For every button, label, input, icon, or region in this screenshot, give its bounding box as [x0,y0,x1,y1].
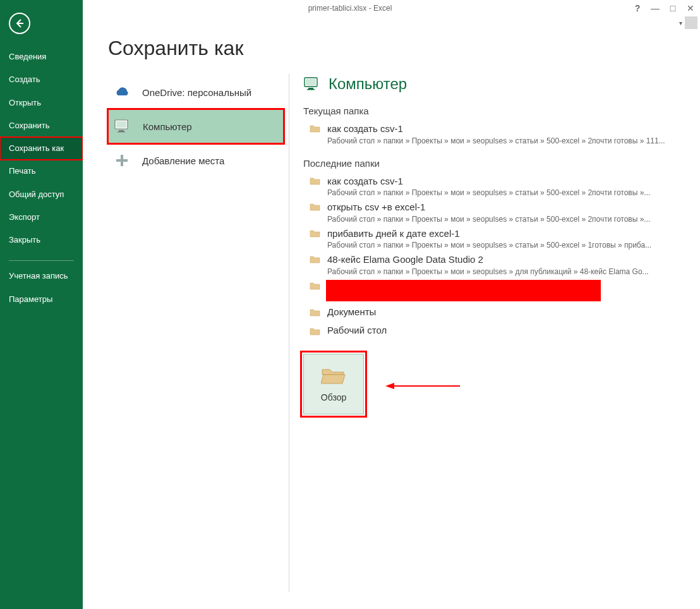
annotation-arrow [385,380,461,392]
sidebar-item-share[interactable]: Общий доступ [0,183,83,206]
sidebar-item-close[interactable]: Закрыть [0,229,83,251]
folder-open-icon [321,366,346,386]
location-addplace[interactable]: Добавление места [108,143,284,178]
folder-icon [310,202,321,211]
sidebar-separator [9,260,74,261]
recent-folder[interactable]: Документы [303,303,682,322]
close-button[interactable]: ✕ [684,1,697,15]
backstage-sidebar: СведенияСоздатьОткрытьСохранитьСохранить… [0,0,83,609]
folder-icon [310,308,321,317]
sidebar-item-saveas[interactable]: Сохранить как [0,137,83,160]
user-menu[interactable]: ▾ [679,16,697,29]
recent-folder[interactable]: Рабочий стол [303,321,682,340]
computer-icon [303,77,321,91]
folder-icon [310,176,321,185]
redacted-block [326,280,601,301]
recent-folder[interactable]: 48-кейс Elama Google Data Studio 2Рабочи… [303,251,682,277]
location-onedrive[interactable]: OneDrive: персональный [108,75,284,109]
cloud-icon [113,85,131,99]
sidebar-item-options[interactable]: Параметры [0,288,83,311]
backstage-main: Сохранить как OneDrive: персональныйКомп… [83,0,700,609]
sidebar-item-info[interactable]: Сведения [0,45,83,68]
current-folder-label: Текущая папка [303,106,682,116]
minimize-button[interactable]: — [648,1,662,15]
svg-rect-2 [119,130,124,131]
vertical-separator [289,74,289,592]
maximize-button[interactable]: □ [666,1,680,15]
svg-rect-8 [308,88,313,89]
plus-icon [113,154,131,167]
avatar [685,16,697,29]
detail-heading: Компьютер [303,75,682,93]
svg-rect-1 [116,121,126,128]
location-computer[interactable]: Компьютер [108,109,284,143]
folder-icon [310,255,321,263]
recent-folder-redacted[interactable] [303,277,682,303]
arrow-left-icon [15,18,25,28]
sidebar-item-open[interactable]: Открыть [0,92,83,114]
folder-icon [310,327,321,335]
folder-icon [310,229,321,238]
svg-rect-7 [306,79,316,85]
svg-rect-9 [307,89,315,90]
sidebar-item-new[interactable]: Создать [0,68,83,91]
chevron-down-icon: ▾ [679,20,682,27]
svg-rect-5 [116,159,128,162]
save-location-detail: Компьютер Текущая папка как создать csv-… [303,75,700,592]
window-title: primer-tablici.xlsx - Excel [308,4,392,13]
window-controls: ? — □ ✕ [631,1,697,15]
help-icon[interactable]: ? [631,1,644,15]
recent-folder[interactable]: прибавить дней к дате excel-1Рабочий сто… [303,225,682,251]
folder-icon [310,124,321,133]
recent-folder[interactable]: как создать csv-1Рабочий стол » папки » … [303,172,682,199]
recent-folder[interactable]: открыть csv +в excel-1Рабочий стол » пап… [303,198,682,225]
computer-icon [114,119,131,133]
sidebar-item-export[interactable]: Экспорт [0,206,83,229]
svg-marker-11 [385,383,394,389]
recent-folders-label: Последние папки [303,158,682,169]
sidebar-item-account[interactable]: Учетная запись [0,265,83,287]
page-title: Сохранить как [108,37,700,60]
excel-backstage-window: primer-tablici.xlsx - Excel ? — □ ✕ ▾ Св… [0,0,700,609]
svg-rect-3 [118,131,125,133]
current-folder[interactable]: как создать csv-1 Рабочий стол » папки »… [303,120,682,147]
sidebar-item-print[interactable]: Печать [0,160,83,183]
sidebar-item-save[interactable]: Сохранить [0,114,83,137]
folder-icon [310,281,321,290]
browse-button[interactable]: Обзор [303,354,364,414]
save-location-list: OneDrive: персональныйКомпьютерДобавлени… [83,75,284,592]
title-bar: primer-tablici.xlsx - Excel ? — □ ✕ ▾ [0,0,700,18]
